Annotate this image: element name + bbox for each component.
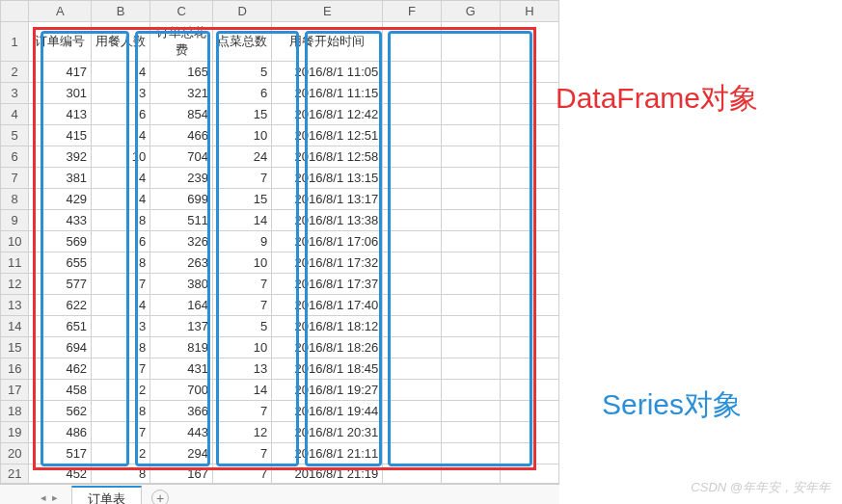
cell[interactable] xyxy=(383,401,442,422)
cell[interactable]: 订单总花费 xyxy=(150,22,213,62)
cell[interactable] xyxy=(383,62,442,83)
cell[interactable]: 订单编号 xyxy=(29,22,92,62)
cell[interactable]: 用餐开始时间 xyxy=(272,22,383,62)
cell[interactable]: 167 xyxy=(150,464,213,484)
cell[interactable]: 294 xyxy=(150,443,213,464)
cell[interactable] xyxy=(441,295,500,316)
cell[interactable] xyxy=(441,189,500,210)
cell[interactable]: 562 xyxy=(29,401,92,422)
cell[interactable]: 819 xyxy=(150,337,213,358)
cell[interactable] xyxy=(383,464,442,484)
col-header-f[interactable]: F xyxy=(383,1,442,22)
cell[interactable] xyxy=(383,252,442,274)
cell[interactable]: 452 xyxy=(29,464,92,484)
col-header-d[interactable]: D xyxy=(213,1,272,22)
cell[interactable] xyxy=(383,358,442,380)
cell[interactable] xyxy=(500,168,558,189)
cell[interactable]: 6 xyxy=(213,83,272,104)
row-header[interactable]: 8 xyxy=(1,189,29,210)
cell[interactable]: 392 xyxy=(29,146,92,168)
cell[interactable]: 4 xyxy=(92,295,150,316)
cell[interactable]: 433 xyxy=(29,210,92,231)
cell[interactable]: 2016/8/1 13:38 xyxy=(272,210,383,231)
cell[interactable]: 326 xyxy=(150,231,213,252)
cell[interactable] xyxy=(441,464,500,484)
row-header[interactable]: 15 xyxy=(1,337,29,358)
row-header[interactable]: 13 xyxy=(1,295,29,316)
cell[interactable]: 7 xyxy=(92,358,150,380)
cell[interactable] xyxy=(500,464,558,484)
cell[interactable]: 7 xyxy=(213,464,272,484)
row-header[interactable]: 3 xyxy=(1,83,29,104)
cell[interactable]: 655 xyxy=(29,252,92,274)
row-header[interactable]: 10 xyxy=(1,231,29,252)
row-header[interactable]: 17 xyxy=(1,380,29,401)
cell[interactable] xyxy=(441,337,500,358)
sheet-tab-active[interactable]: 订单表 xyxy=(71,486,142,505)
cell[interactable] xyxy=(500,104,558,125)
cell[interactable]: 466 xyxy=(150,125,213,146)
cell[interactable]: 2016/8/1 17:32 xyxy=(272,252,383,274)
cell[interactable]: 2016/8/1 13:17 xyxy=(272,189,383,210)
cell[interactable] xyxy=(441,104,500,125)
cell[interactable]: 2016/8/1 11:05 xyxy=(272,62,383,83)
cell[interactable]: 443 xyxy=(150,422,213,443)
cell[interactable]: 577 xyxy=(29,274,92,295)
row-header[interactable]: 20 xyxy=(1,443,29,464)
col-header-b[interactable]: B xyxy=(92,1,150,22)
cell[interactable] xyxy=(500,380,558,401)
cell[interactable]: 651 xyxy=(29,316,92,337)
cell[interactable] xyxy=(383,422,442,443)
cell[interactable]: 462 xyxy=(29,358,92,380)
cell[interactable]: 点菜总数 xyxy=(213,22,272,62)
cell[interactable]: 366 xyxy=(150,401,213,422)
cell[interactable] xyxy=(441,380,500,401)
cell[interactable]: 7 xyxy=(213,443,272,464)
cell[interactable] xyxy=(383,231,442,252)
cell[interactable]: 13 xyxy=(213,358,272,380)
cell[interactable]: 2016/8/1 19:27 xyxy=(272,380,383,401)
cell[interactable]: 14 xyxy=(213,380,272,401)
cell[interactable]: 24 xyxy=(213,146,272,168)
cell[interactable] xyxy=(441,125,500,146)
col-header-e[interactable]: E xyxy=(272,1,383,22)
cell[interactable] xyxy=(500,274,558,295)
cell[interactable]: 7 xyxy=(213,274,272,295)
cell[interactable]: 2016/8/1 17:06 xyxy=(272,231,383,252)
cell[interactable]: 用餐人数 xyxy=(92,22,150,62)
cell[interactable]: 301 xyxy=(29,83,92,104)
cell[interactable]: 5 xyxy=(213,62,272,83)
cell[interactable] xyxy=(441,62,500,83)
cell[interactable] xyxy=(383,189,442,210)
cell[interactable]: 2016/8/1 17:37 xyxy=(272,274,383,295)
cell[interactable] xyxy=(383,83,442,104)
cell[interactable] xyxy=(441,443,500,464)
col-header-g[interactable]: G xyxy=(441,1,500,22)
cell[interactable]: 4 xyxy=(92,125,150,146)
col-header-a[interactable]: A xyxy=(29,1,92,22)
cell[interactable] xyxy=(500,295,558,316)
row-header[interactable]: 21 xyxy=(1,464,29,484)
cell[interactable] xyxy=(441,401,500,422)
cell[interactable]: 263 xyxy=(150,252,213,274)
cell[interactable] xyxy=(441,252,500,274)
cell[interactable]: 15 xyxy=(213,189,272,210)
cell[interactable] xyxy=(500,422,558,443)
tab-nav-last-icon[interactable]: ▸ xyxy=(50,491,60,504)
cell[interactable] xyxy=(441,422,500,443)
cell[interactable]: 2 xyxy=(92,380,150,401)
cell[interactable]: 415 xyxy=(29,125,92,146)
cell[interactable]: 3 xyxy=(92,316,150,337)
cell[interactable]: 431 xyxy=(150,358,213,380)
cell[interactable] xyxy=(500,231,558,252)
cell[interactable]: 8 xyxy=(92,252,150,274)
row-header[interactable]: 2 xyxy=(1,62,29,83)
cell[interactable] xyxy=(500,83,558,104)
row-header[interactable]: 1 xyxy=(1,22,29,62)
row-header[interactable]: 5 xyxy=(1,125,29,146)
cell[interactable]: 4 xyxy=(92,168,150,189)
row-header[interactable]: 19 xyxy=(1,422,29,443)
cell[interactable] xyxy=(500,252,558,274)
cell[interactable] xyxy=(500,125,558,146)
cell[interactable]: 239 xyxy=(150,168,213,189)
